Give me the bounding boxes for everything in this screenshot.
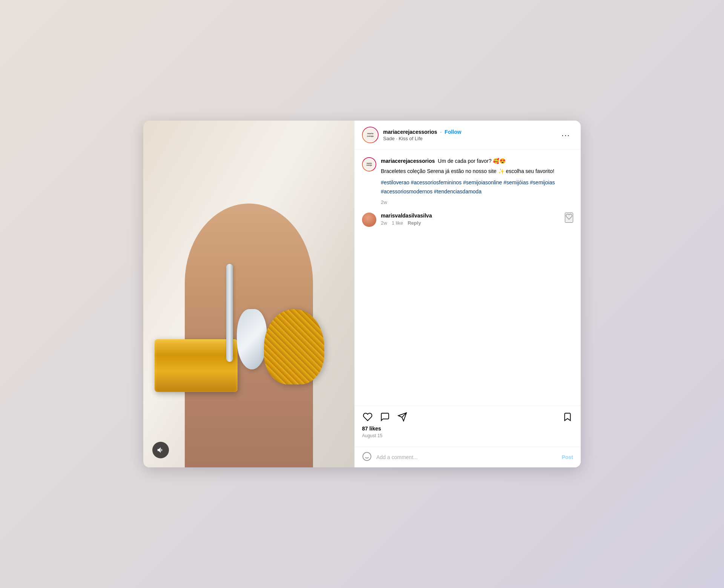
header-top-row: mariacerejacessorios · Follow bbox=[383, 129, 558, 135]
follow-button[interactable]: Follow bbox=[445, 129, 461, 135]
commenter-avatar[interactable] bbox=[362, 213, 376, 227]
caption-avatar-wrapper[interactable]: mariacereja bbox=[362, 157, 376, 172]
header-subtitle: Sade · Kiss of Life bbox=[383, 136, 558, 141]
caption-content: mariacerejacessorios Um de cada por favo… bbox=[381, 157, 573, 205]
action-icons bbox=[362, 411, 573, 423]
post-comment-button[interactable]: Post bbox=[562, 454, 573, 460]
emoji-icon bbox=[362, 452, 372, 461]
header-info: mariacerejacessorios · Follow Sade · Kis… bbox=[383, 129, 558, 141]
more-options-button[interactable]: ··· bbox=[558, 129, 573, 141]
bookmark-icon bbox=[563, 412, 572, 422]
caption-username[interactable]: mariacerejacessorios bbox=[381, 158, 435, 164]
comment-time: 2w bbox=[381, 220, 387, 226]
caption-row: mariacereja mariacerejacessorios Um de c… bbox=[362, 157, 573, 205]
comment-heart-button[interactable] bbox=[565, 213, 573, 223]
emoji-button[interactable] bbox=[362, 452, 372, 463]
comment-input[interactable] bbox=[376, 454, 557, 460]
caption-avatar: mariacereja bbox=[363, 158, 376, 171]
bracelet-silver-drop bbox=[237, 309, 267, 369]
like-button[interactable] bbox=[362, 411, 373, 423]
comment-icon bbox=[380, 412, 390, 422]
bracelet-gold-rope bbox=[264, 309, 324, 384]
like-icon bbox=[363, 412, 373, 422]
profile-avatar-wrapper[interactable]: mariacereja bbox=[362, 127, 379, 143]
post-date: August 15 bbox=[362, 433, 573, 438]
share-icon bbox=[397, 412, 407, 422]
comment-reply-button[interactable]: Reply bbox=[408, 220, 421, 226]
avatar-logo: mariacereja bbox=[367, 132, 373, 137]
comment-button[interactable] bbox=[379, 411, 391, 423]
heart-icon bbox=[566, 213, 572, 220]
post-body: mariacereja mariacerejacessorios Um de c… bbox=[354, 150, 581, 406]
share-button[interactable] bbox=[397, 411, 408, 423]
post-header: mariacereja mariacerejacessorios · Follo… bbox=[354, 121, 581, 150]
instagram-post-card: mariacereja mariacerejacessorios · Follo… bbox=[143, 121, 581, 467]
header-separator: · bbox=[440, 129, 442, 135]
caption-avatar-logo: mariacereja bbox=[367, 162, 372, 167]
profile-avatar: mariacereja bbox=[363, 127, 378, 142]
mute-button[interactable] bbox=[152, 442, 169, 458]
caption-body: Braceletes coleção Serena já estão no no… bbox=[381, 167, 573, 175]
comment-likes: 1 like bbox=[392, 220, 403, 226]
commenter-avatar-face bbox=[362, 213, 376, 227]
content-panel: mariacereja mariacerejacessorios · Follo… bbox=[354, 121, 581, 467]
caption-text-body: Um de cada por favor? 🥰😍 bbox=[436, 158, 506, 164]
comment-row: marisvaldasilvasilva 2w 1 like Reply bbox=[362, 213, 573, 227]
comment-meta: marisvaldasilvasilva 2w 1 like Reply bbox=[381, 213, 560, 226]
caption-hashtags: #estiloverao #acessoriosfemininos #semij… bbox=[381, 178, 573, 196]
media-panel bbox=[143, 121, 354, 467]
likes-count: 87 likes bbox=[362, 426, 573, 432]
svg-point-2 bbox=[363, 452, 371, 461]
header-username[interactable]: mariacerejacessorios bbox=[383, 129, 437, 135]
mute-icon bbox=[156, 446, 165, 454]
comment-time-row: 2w 1 like Reply bbox=[381, 220, 560, 226]
bracelet-gold-wide bbox=[155, 339, 238, 392]
bookmark-button[interactable] bbox=[562, 411, 573, 423]
bracelet-silver-bar bbox=[226, 264, 233, 362]
action-bar: 87 likes August 15 bbox=[354, 406, 581, 447]
caption-text: mariacerejacessorios Um de cada por favo… bbox=[381, 157, 573, 165]
comment-username[interactable]: marisvaldasilvasilva bbox=[381, 213, 560, 219]
add-comment-row: Post bbox=[354, 447, 581, 467]
caption-time: 2w bbox=[381, 199, 573, 205]
